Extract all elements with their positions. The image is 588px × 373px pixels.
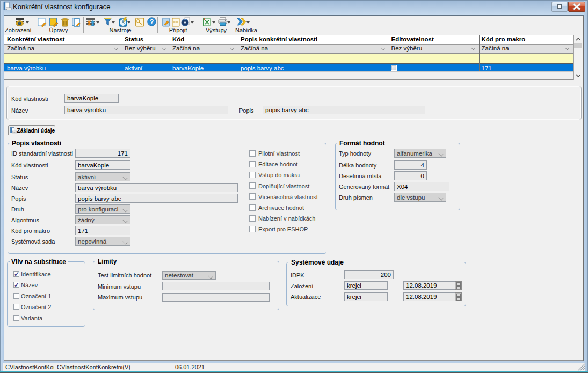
- svg-text:?: ?: [149, 18, 154, 26]
